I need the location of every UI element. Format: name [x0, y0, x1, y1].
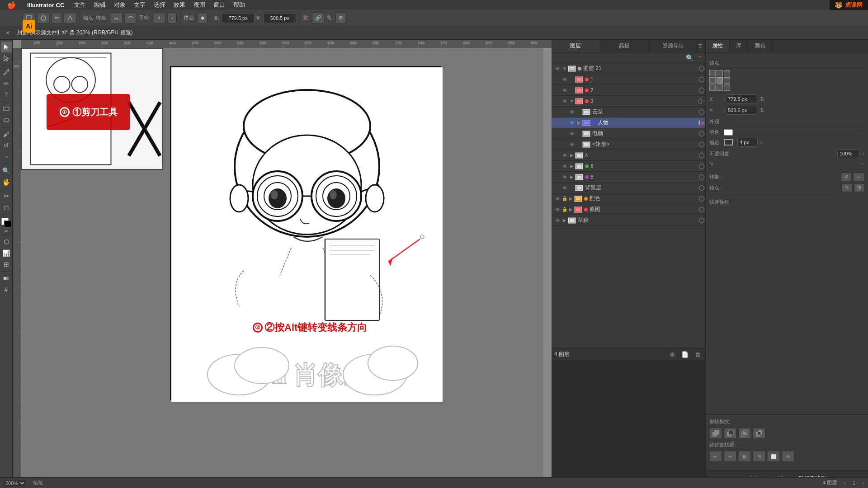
- y-coord-input[interactable]: [264, 13, 296, 23]
- tool-hand[interactable]: 🖐: [1, 177, 12, 188]
- layer-vis-pc[interactable]: 👁: [568, 131, 576, 136]
- pf-outline-btn[interactable]: ⬜: [767, 451, 780, 462]
- menu-object[interactable]: 对象: [110, 0, 129, 10]
- anchor-bl[interactable]: [709, 84, 716, 91]
- props-tab-library[interactable]: 库: [730, 40, 748, 52]
- pf-minus-back-btn[interactable]: ⊖: [782, 451, 794, 462]
- tool-ellipse[interactable]: [1, 115, 12, 126]
- layer-row-rect[interactable]: 👁 <矩形>: [552, 139, 705, 150]
- layers-new-layer-btn[interactable]: 📄: [680, 351, 690, 358]
- layer-row-4[interactable]: 👁 ▶ 4: [552, 150, 705, 161]
- pf-merge-btn[interactable]: ⊞: [738, 451, 751, 462]
- layer-expand-colors[interactable]: ▶: [568, 196, 574, 201]
- anchor-point-option[interactable]: ◆: [198, 13, 208, 23]
- layer-expand-4[interactable]: ▶: [569, 153, 575, 158]
- props-x-input[interactable]: [726, 94, 757, 103]
- layer-expand-6[interactable]: ▶: [569, 174, 575, 179]
- props-fill-more[interactable]: ···: [860, 130, 864, 135]
- tool-symbol-sprayer[interactable]: ⬡: [1, 236, 12, 247]
- layer-vis-4[interactable]: 👁: [561, 153, 569, 158]
- props-x-stepper[interactable]: ⇅: [760, 96, 764, 102]
- props-transform-btn[interactable]: ↺: [841, 173, 851, 181]
- props-fill-swatch[interactable]: [724, 129, 733, 136]
- layer-row-pc[interactable]: 👁 电脑: [552, 128, 705, 139]
- props-stroke-input[interactable]: [737, 138, 758, 147]
- layers-search-btn[interactable]: 🔍: [684, 54, 695, 61]
- layer-vis-3[interactable]: 👁: [561, 99, 569, 104]
- anchor-ml[interactable]: [709, 77, 716, 84]
- status-nav-prev[interactable]: ‹: [844, 480, 846, 486]
- pf-divide-btn[interactable]: ÷: [709, 451, 722, 462]
- pf-unite-btn[interactable]: [709, 428, 722, 439]
- anchor-br[interactable]: [724, 84, 730, 91]
- anchor-tc[interactable]: [717, 70, 723, 76]
- layer-vis-draft[interactable]: 👁: [553, 218, 561, 223]
- layer-vis-1[interactable]: 👁: [561, 77, 569, 82]
- toolbar-btn-2[interactable]: [37, 13, 50, 23]
- anchor-tl[interactable]: [709, 70, 716, 76]
- layer-row-3[interactable]: 👁 ▼ 3 •: [552, 96, 705, 107]
- layer-vis-rect[interactable]: 👁: [568, 142, 576, 147]
- layer-vis-cloud[interactable]: 👁: [568, 109, 576, 115]
- menu-text[interactable]: 文字: [130, 0, 149, 10]
- apple-menu[interactable]: 🍎: [4, 0, 20, 10]
- layers-tab-assets[interactable]: 资源导出: [649, 40, 698, 52]
- tool-direct-selection[interactable]: [1, 53, 12, 64]
- swap-colors-btn[interactable]: ⇄: [5, 229, 8, 233]
- layer-row-5[interactable]: 👁 ▶ 5: [552, 161, 705, 172]
- layers-options-btn[interactable]: ≡: [697, 54, 703, 61]
- tool-pencil[interactable]: ✏: [1, 78, 12, 89]
- pen-add-btn[interactable]: +: [167, 13, 176, 23]
- layer-row-person[interactable]: 👁 ▶ 人物 ◆: [552, 117, 705, 128]
- layer-expand-21[interactable]: ▼: [561, 66, 568, 71]
- props-y-stepper[interactable]: ⇅: [760, 107, 764, 113]
- layers-trash-btn[interactable]: 🗑: [693, 351, 702, 358]
- tool-zoom[interactable]: 🔍: [1, 165, 12, 176]
- tool-rotate[interactable]: ↺: [1, 140, 12, 151]
- layer-vis-6[interactable]: 👁: [561, 174, 569, 180]
- convert-corner-btn[interactable]: [110, 13, 123, 23]
- tool-reflect[interactable]: ↔: [1, 151, 12, 162]
- layer-row-6[interactable]: 👁 ▶ 6: [552, 172, 705, 183]
- layer-vis-2[interactable]: 👁: [561, 88, 569, 93]
- menu-view[interactable]: 视图: [190, 0, 209, 10]
- anchor-mc[interactable]: [717, 77, 723, 84]
- tool-artboard[interactable]: ⊞: [1, 259, 12, 270]
- props-opacity-more-btn[interactable]: ›: [863, 150, 864, 157]
- zoom-control[interactable]: 200% 100% 150% 300%: [4, 480, 26, 486]
- layer-vis-5[interactable]: 👁: [561, 164, 569, 169]
- layer-row-bg[interactable]: 👁 背景层: [552, 183, 705, 193]
- toolbar-btn-4[interactable]: [64, 13, 76, 23]
- zoom-select[interactable]: 200% 100% 150% 300%: [4, 480, 26, 486]
- layer-row-draft[interactable]: 👁 ▶ 草稿: [552, 215, 705, 226]
- layer-expand-person[interactable]: ▶: [576, 120, 582, 125]
- pf-exclude-btn[interactable]: [753, 428, 765, 439]
- status-nav-next[interactable]: ›: [863, 480, 864, 486]
- props-stroke-more-btn[interactable]: ›: [760, 139, 762, 145]
- tool-type[interactable]: T: [1, 89, 12, 100]
- layer-vis-colors[interactable]: 👁: [553, 196, 561, 202]
- layers-panel-menu[interactable]: ≡: [698, 42, 702, 50]
- pf-crop-btn[interactable]: ⊟: [753, 451, 765, 462]
- menu-file[interactable]: 文件: [71, 0, 90, 10]
- x-coord-input[interactable]: [222, 13, 255, 23]
- pf-minus-btn[interactable]: [724, 428, 736, 439]
- layers-tab-layers[interactable]: 图层: [552, 40, 600, 52]
- tool-selection[interactable]: [1, 42, 12, 52]
- app-name[interactable]: Illustrator CC: [24, 1, 68, 9]
- anchor-bc[interactable]: [717, 84, 723, 91]
- pf-trim-btn[interactable]: ✂: [724, 451, 736, 462]
- props-anchor-btn1[interactable]: ✎: [842, 183, 852, 192]
- props-transform-btn2[interactable]: ↔: [853, 173, 864, 181]
- layer-vis-21[interactable]: 👁: [553, 66, 561, 71]
- layer-row-2[interactable]: 👁 ▶ 2: [552, 85, 705, 96]
- toolbar-btn-3[interactable]: ✏: [52, 13, 62, 23]
- props-stroke-swatch[interactable]: [724, 139, 733, 145]
- tool-column-graph[interactable]: 📊: [1, 248, 12, 258]
- layer-row-original[interactable]: 👁 🔒 ▶ 原图: [552, 204, 705, 215]
- anchor-tr[interactable]: [724, 70, 730, 76]
- pf-intersect-btn[interactable]: [738, 428, 751, 439]
- tool-eraser[interactable]: ◻: [1, 202, 12, 213]
- anchor-mr[interactable]: [724, 77, 730, 84]
- layer-vis-original[interactable]: 👁: [553, 207, 561, 212]
